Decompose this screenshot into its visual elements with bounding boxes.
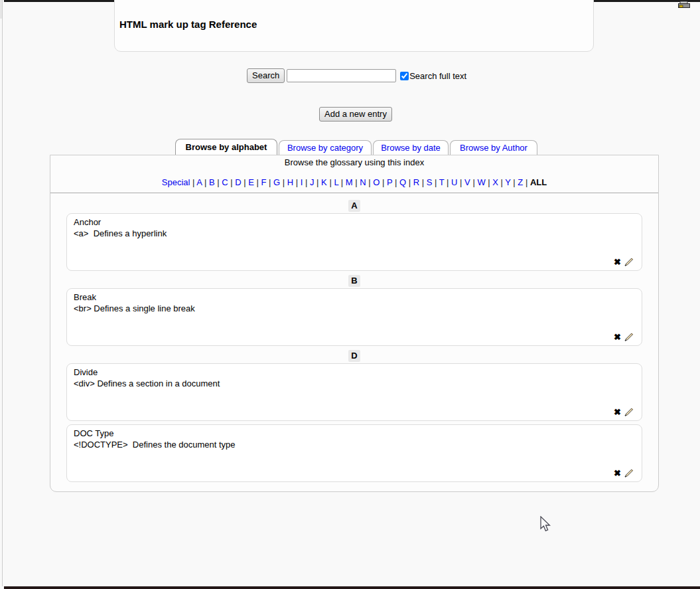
entry-definition: <a> Defines a hyperlink (74, 228, 635, 239)
index-separator: | (457, 177, 464, 187)
index-separator: | (470, 177, 478, 187)
index-separator: | (523, 177, 530, 187)
glossary-entry: Anchor <a> Defines a hyperlink ✖ (66, 213, 642, 271)
fulltext-checkbox[interactable] (400, 72, 409, 80)
tab-browse-by-author[interactable]: Browse by Author (450, 140, 537, 155)
index-link-n[interactable]: N (360, 177, 366, 187)
index-link-m[interactable]: M (346, 177, 353, 187)
delete-icon[interactable]: ✖ (614, 469, 621, 477)
index-separator: | (511, 177, 518, 187)
index-separator: | (315, 177, 322, 187)
search-bar: Search Search full text (247, 68, 466, 83)
index-link-h[interactable]: H (287, 177, 293, 187)
entry-definition: <div> Defines a section in a document (74, 379, 635, 389)
entry-concept: Anchor (74, 217, 635, 228)
edit-icon[interactable] (624, 469, 634, 477)
entry-actions: ✖ (614, 333, 634, 341)
delete-icon[interactable]: ✖ (614, 333, 621, 341)
index-separator: | (444, 177, 451, 187)
index-separator: | (266, 177, 273, 187)
index-separator: | (327, 177, 334, 187)
tab-browse-by-category[interactable]: Browse by category (279, 140, 372, 155)
page-title: HTML mark up tag Reference (115, 0, 593, 30)
index-separator: | (353, 177, 360, 187)
letter-heading: B (66, 275, 642, 287)
mouse-cursor (539, 516, 552, 535)
glossary-entry: Break <br> Defines a single line break ✖ (66, 288, 642, 346)
add-entry-wrap: Add a new entry (319, 107, 392, 122)
entry-actions: ✖ (614, 469, 634, 477)
index-separator: | (366, 177, 374, 187)
index-link-k[interactable]: K (321, 177, 327, 187)
index-separator: | (303, 177, 310, 187)
glossary-entry: Divide <div> Defines a section in a docu… (66, 363, 642, 421)
index-separator: | (280, 177, 287, 187)
glossary-container: Browse the glossary using this index Spe… (50, 155, 659, 492)
fulltext-label: Search full text (409, 71, 466, 81)
index-separator: | (190, 177, 196, 187)
index-separator: | (392, 177, 399, 187)
edit-icon[interactable] (624, 333, 634, 341)
index-link-c[interactable]: C (222, 177, 228, 187)
index-link-v[interactable]: V (464, 177, 470, 187)
index-separator: | (215, 177, 222, 187)
index-separator: | (498, 177, 505, 187)
index-link-q[interactable]: Q (399, 177, 406, 187)
printer-icon[interactable] (677, 1, 691, 11)
index-link-all[interactable]: ALL (530, 177, 547, 187)
add-entry-button[interactable]: Add a new entry (319, 107, 392, 122)
tab-browse-by-date[interactable]: Browse by date (373, 140, 449, 155)
index-separator: | (254, 177, 261, 187)
glossary-entry: DOC Type <!DOCTYPE> Defines the document… (66, 424, 642, 482)
search-input[interactable] (287, 69, 396, 82)
entry-actions: ✖ (614, 258, 634, 266)
alphabet-index: Special | A | B | C | D | E | F | G | H … (50, 177, 658, 187)
index-link-x[interactable]: X (492, 177, 498, 187)
bottom-edge-strip (4, 586, 700, 589)
index-link-r[interactable]: R (413, 177, 419, 187)
index-header: Browse the glossary using this index Spe… (50, 155, 658, 193)
tab-browse-by-alphabet[interactable]: Browse by alphabet (175, 139, 277, 155)
edit-icon[interactable] (624, 258, 634, 266)
index-link-b[interactable]: B (209, 177, 215, 187)
index-link-g[interactable]: G (273, 177, 280, 187)
letter-heading: A (66, 200, 642, 212)
index-separator: | (242, 177, 249, 187)
index-separator: | (228, 177, 236, 187)
index-separator: | (406, 177, 413, 187)
browse-tabs: Browse by alphabet Browse by category Br… (175, 139, 537, 155)
entry-definition: <br> Defines a single line break (74, 303, 635, 314)
index-separator: | (202, 177, 209, 187)
glossary-header-box: HTML mark up tag Reference (114, 0, 594, 52)
delete-icon[interactable]: ✖ (614, 408, 621, 416)
index-separator: | (486, 177, 493, 187)
index-separator: | (380, 177, 387, 187)
entry-concept: Divide (74, 367, 635, 378)
index-caption: Browse the glossary using this index (50, 157, 658, 167)
search-button[interactable]: Search (247, 68, 285, 83)
letter-heading: D (66, 350, 642, 362)
entry-concept: DOC Type (74, 428, 635, 439)
index-separator: | (293, 177, 301, 187)
index-separator: | (432, 177, 439, 187)
index-separator: | (338, 177, 346, 187)
entry-definition: <!DOCTYPE> Defines the document type (74, 440, 635, 450)
index-link-d[interactable]: D (235, 177, 241, 187)
index-link-e[interactable]: E (248, 177, 254, 187)
left-edge-line (2, 0, 3, 586)
index-link-w[interactable]: W (477, 177, 485, 187)
delete-icon[interactable]: ✖ (614, 258, 621, 266)
edit-icon[interactable] (624, 408, 634, 416)
index-link-o[interactable]: O (373, 177, 380, 187)
index-separator: | (419, 177, 427, 187)
index-link-special[interactable]: Special (162, 177, 190, 187)
entry-actions: ✖ (614, 408, 634, 416)
entry-concept: Break (74, 292, 635, 303)
index-link-y[interactable]: Y (505, 177, 510, 187)
glossary-sections: A Anchor <a> Defines a hyperlink ✖ B Bre… (50, 200, 658, 482)
